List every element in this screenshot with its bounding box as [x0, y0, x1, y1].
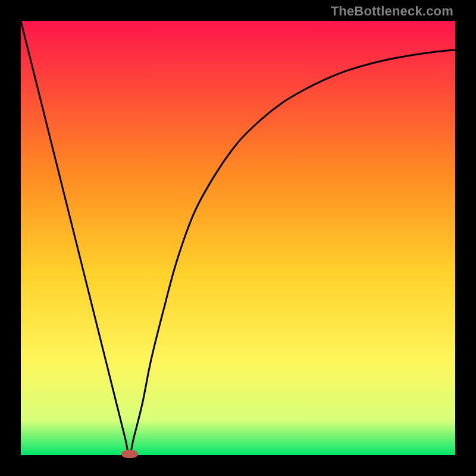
watermark-text: TheBottleneck.com — [331, 4, 453, 19]
chart-curve — [21, 21, 455, 455]
chart-frame: TheBottleneck.com — [0, 0, 476, 476]
bottleneck-curve-path — [21, 21, 455, 455]
optimal-marker — [121, 450, 138, 458]
